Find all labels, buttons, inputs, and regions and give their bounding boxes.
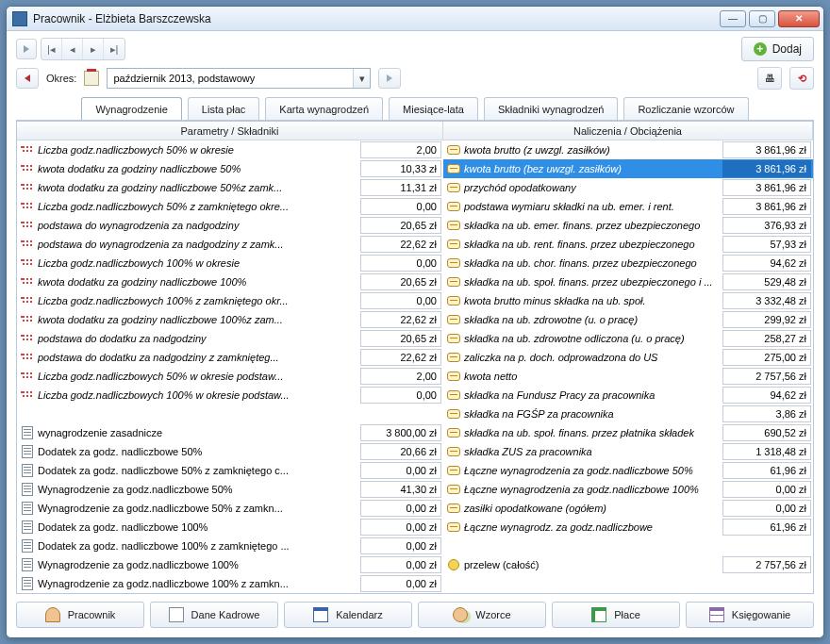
row-value[interactable]: 3 861,96 zł bbox=[722, 179, 811, 196]
right-row[interactable]: kwota brutto (bez uwzgl. zasiłków)3 861,… bbox=[443, 159, 813, 178]
row-value[interactable]: 376,93 zł bbox=[722, 217, 811, 234]
row-value[interactable]: 22,62 zł bbox=[360, 236, 441, 253]
row-value[interactable]: 3 861,96 zł bbox=[722, 160, 811, 177]
right-row[interactable]: składka na FGŚP za pracownika3,86 zł bbox=[443, 405, 813, 423]
right-row[interactable] bbox=[443, 537, 813, 555]
calendar-icon[interactable] bbox=[84, 71, 99, 86]
left-row[interactable]: Liczba godz.nadliczbowych 50% w okresie2… bbox=[17, 140, 443, 159]
tab-2[interactable]: Karta wynagrodzeń bbox=[265, 97, 383, 120]
row-value[interactable]: 61,96 zł bbox=[722, 462, 811, 479]
right-row[interactable]: składka na ub. chor. finans. przez ubezp… bbox=[443, 254, 813, 272]
row-value[interactable]: 299,92 zł bbox=[722, 311, 811, 328]
left-row[interactable]: Liczba godz.nadliczbowych 100% w okresie… bbox=[17, 254, 443, 272]
row-value[interactable]: 20,65 zł bbox=[360, 330, 441, 347]
row-value[interactable]: 3 861,96 zł bbox=[722, 141, 811, 158]
left-row[interactable] bbox=[17, 405, 443, 423]
row-value[interactable]: 0,00 bbox=[360, 387, 441, 404]
add-button[interactable]: + Dodaj bbox=[741, 37, 814, 61]
row-value[interactable]: 690,52 zł bbox=[722, 424, 811, 441]
row-value[interactable]: 529,48 zł bbox=[722, 273, 811, 290]
row-value[interactable]: 0,00 bbox=[360, 292, 441, 309]
left-row[interactable]: Liczba godz.nadliczbowych 100% z zamknię… bbox=[17, 291, 443, 310]
right-row[interactable]: kwota brutto minus składka na ub. społ.3… bbox=[443, 291, 813, 310]
tab-0[interactable]: Wynagrodzenie bbox=[81, 97, 181, 120]
row-value[interactable]: 3 332,48 zł bbox=[722, 292, 811, 309]
row-value[interactable]: 22,62 zł bbox=[360, 311, 441, 328]
bottom-btn-księgowanie[interactable]: Księgowanie bbox=[686, 602, 814, 628]
left-row[interactable]: Dodatek za godz. nadliczbowe 50%20,66 zł bbox=[17, 442, 443, 461]
tab-1[interactable]: Lista płac bbox=[188, 97, 259, 120]
left-row[interactable]: Wynagrodzenie za godz.nadliczbowe 50% z … bbox=[17, 499, 443, 518]
bottom-btn-pracownik[interactable]: Pracownik bbox=[16, 602, 144, 628]
row-value[interactable]: 20,66 zł bbox=[360, 443, 441, 460]
prev-record-button[interactable]: ◂ bbox=[62, 39, 83, 59]
right-row[interactable]: podstawa wymiaru składki na ub. emer. i … bbox=[443, 197, 813, 216]
row-value[interactable]: 258,27 zł bbox=[722, 330, 811, 347]
left-row[interactable]: Liczba godz.nadliczbowych 50% w okresie … bbox=[17, 367, 443, 386]
left-row[interactable]: wynagrodzenie zasadnicze3 800,00 zł bbox=[17, 423, 443, 442]
minimize-button[interactable]: — bbox=[720, 10, 746, 27]
row-value[interactable]: 0,00 bbox=[360, 198, 441, 215]
row-value[interactable]: 0,00 zł bbox=[360, 519, 441, 536]
chevron-down-icon[interactable]: ▾ bbox=[353, 69, 370, 88]
play-button[interactable] bbox=[16, 39, 37, 59]
row-value[interactable]: 0,00 zł bbox=[722, 481, 811, 498]
tab-5[interactable]: Rozliczanie wzorców bbox=[623, 97, 748, 120]
left-row[interactable]: Dodatek za godz. nadliczbowe 100%0,00 zł bbox=[17, 518, 443, 537]
right-row[interactable]: składka ZUS za pracownika1 318,48 zł bbox=[443, 442, 813, 461]
left-row[interactable]: kwota dodatku za godziny nadliczbowe 50%… bbox=[17, 178, 443, 197]
left-row[interactable]: Liczba godz.nadliczbowych 100% w okresie… bbox=[17, 386, 443, 405]
print-button[interactable]: 🖶 bbox=[757, 67, 782, 90]
period-next-button[interactable] bbox=[378, 68, 401, 89]
left-row[interactable]: kwota dodatku za godziny nadliczbowe 50%… bbox=[17, 159, 443, 178]
right-row[interactable]: zaliczka na p. doch. odprowadzona do US2… bbox=[443, 348, 813, 367]
row-value[interactable]: 94,62 zł bbox=[722, 255, 811, 272]
left-row[interactable]: Dodatek za godz. nadliczbowe 50% z zamkn… bbox=[17, 461, 443, 480]
left-row[interactable]: Dodatek za godz. nadliczbowe 100% z zamk… bbox=[17, 537, 443, 555]
period-combo[interactable]: ▾ bbox=[107, 68, 371, 89]
left-row[interactable]: Liczba godz.nadliczbowych 50% z zamknięt… bbox=[17, 197, 443, 216]
right-row[interactable]: składka na ub. społ. finans. przez płatn… bbox=[443, 423, 813, 442]
row-value[interactable]: 61,96 zł bbox=[722, 519, 811, 536]
row-value[interactable]: 2,00 bbox=[360, 368, 441, 385]
left-row[interactable]: kwota dodatku za godziny nadliczbowe 100… bbox=[17, 310, 443, 329]
left-row[interactable]: podstawa do dodatku za nadgodziny20,65 z… bbox=[17, 329, 443, 348]
row-value[interactable]: 0,00 zł bbox=[360, 537, 441, 554]
right-row[interactable]: Łączne wynagrodz. za godz.nadliczbowe61,… bbox=[443, 518, 813, 537]
titlebar[interactable]: Pracownik - Elżbieta Barszczewska — ▢ ✕ bbox=[7, 7, 823, 31]
right-row[interactable]: składka na ub. emer. finans. przez ubezp… bbox=[443, 216, 813, 235]
row-value[interactable]: 0,00 zł bbox=[360, 556, 441, 573]
right-row[interactable]: kwota brutto (z uwzgl. zasiłków)3 861,96… bbox=[443, 140, 813, 159]
right-row[interactable]: składka na ub. zdrowotne (u. o pracę)299… bbox=[443, 310, 813, 329]
row-value[interactable]: 3 861,96 zł bbox=[722, 198, 811, 215]
row-value[interactable]: 22,62 zł bbox=[360, 349, 441, 366]
close-button[interactable]: ✕ bbox=[778, 10, 820, 27]
period-prev-button[interactable] bbox=[16, 68, 39, 89]
right-row[interactable]: zasiłki opodatkowane (ogółem)0,00 zł bbox=[443, 499, 813, 518]
row-value[interactable]: 1 318,48 zł bbox=[722, 443, 811, 460]
bottom-btn-dane-kadrowe[interactable]: Dane Kadrowe bbox=[150, 602, 278, 628]
right-row[interactable]: przelew (całość)2 757,56 zł bbox=[443, 555, 813, 574]
last-record-button[interactable]: ▸| bbox=[104, 39, 124, 59]
right-row[interactable]: kwota netto2 757,56 zł bbox=[443, 367, 813, 386]
row-value[interactable]: 94,62 zł bbox=[722, 387, 811, 404]
bottom-btn-płace[interactable]: Płace bbox=[552, 602, 680, 628]
bottom-btn-kalendarz[interactable]: Kalendarz bbox=[284, 602, 412, 628]
left-row[interactable]: kwota dodatku za godziny nadliczbowe 100… bbox=[17, 272, 443, 291]
left-row[interactable]: podstawa do dodatku za nadgodziny z zamk… bbox=[17, 348, 443, 367]
row-value[interactable]: 41,30 zł bbox=[360, 481, 441, 498]
row-value[interactable]: 0,00 zł bbox=[360, 462, 441, 479]
row-value[interactable]: 3,86 zł bbox=[722, 405, 811, 422]
left-row[interactable]: podstawa do wynagrodzenia za nadgodziny … bbox=[17, 235, 443, 254]
left-row[interactable]: podstawa do wynagrodzenia za nadgodziny2… bbox=[17, 216, 443, 235]
row-value[interactable]: 11,31 zł bbox=[360, 179, 441, 196]
row-value[interactable]: 2 757,56 zł bbox=[722, 556, 811, 573]
left-row[interactable]: Wynagrodzenie za godz.nadliczbowe 50%41,… bbox=[17, 480, 443, 499]
row-value[interactable]: 275,00 zł bbox=[722, 349, 811, 366]
left-row[interactable]: Wynagrodzenie za godz.nadliczbowe 100%0,… bbox=[17, 555, 443, 574]
maximize-button[interactable]: ▢ bbox=[749, 10, 775, 27]
row-value[interactable]: 2,00 bbox=[360, 141, 441, 158]
right-row[interactable]: przychód opodatkowany3 861,96 zł bbox=[443, 178, 813, 197]
first-record-button[interactable]: |◂ bbox=[42, 39, 62, 59]
refresh-button[interactable]: ⟲ bbox=[789, 67, 814, 90]
